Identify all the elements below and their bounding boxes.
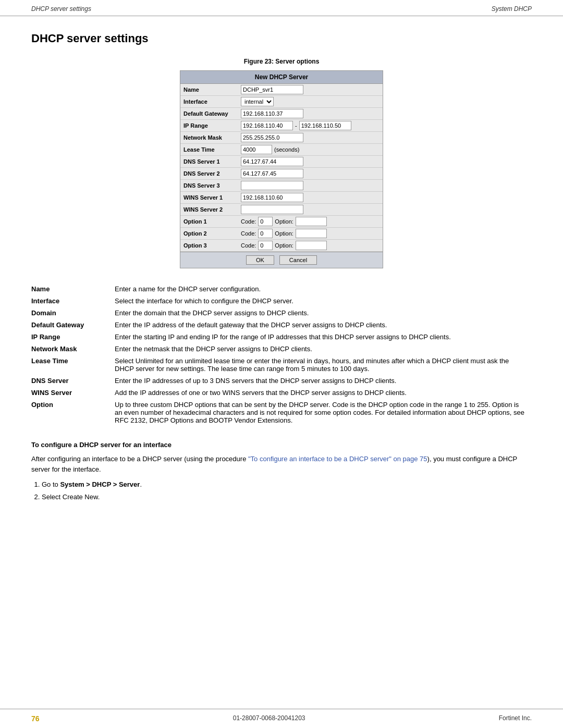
ok-button[interactable]: OK <box>246 255 274 265</box>
dialog-row-leasetime: Lease Time (seconds) <box>180 144 383 156</box>
dialog-row-option3: Option 3 Code: Option: <box>180 240 383 252</box>
desc-row: IP RangeEnter the starting IP and ending… <box>31 331 532 343</box>
select-interface[interactable]: internal <box>241 97 274 106</box>
page-header: DHCP server settings System DHCP <box>0 0 563 16</box>
page-title: DHCP server settings <box>31 32 532 45</box>
label-wins2: WINS Server 2 <box>183 206 241 213</box>
desc-row: DNS ServerEnter the IP addresses of up t… <box>31 375 532 387</box>
descriptions-table: NameEnter a name for the DHCP server con… <box>31 283 532 426</box>
input-gateway[interactable] <box>241 109 303 118</box>
label-option3: Option 3 <box>183 242 241 249</box>
desc-term: Interface <box>31 295 115 307</box>
desc-definition: Enter the domain that the DHCP server as… <box>115 307 532 319</box>
input-dns2[interactable] <box>241 169 303 178</box>
input-iprange-end[interactable] <box>299 121 351 130</box>
desc-term: Lease Time <box>31 355 115 375</box>
dialog-row-dns2: DNS Server 2 <box>180 168 383 180</box>
desc-definition: Up to three custom DHCP options that can… <box>115 399 532 426</box>
dialog-row-dns3: DNS Server 3 <box>180 180 383 192</box>
label-interface: Interface <box>183 98 241 105</box>
input-option1-code[interactable] <box>258 217 273 226</box>
input-option3-code[interactable] <box>258 241 273 250</box>
input-option2-value[interactable] <box>296 229 327 238</box>
dialog-row-option1: Option 1 Code: Option: <box>180 216 383 228</box>
value-option1: Code: Option: <box>241 217 380 226</box>
ip-range-separator: - <box>295 122 297 129</box>
value-dns1 <box>241 157 380 166</box>
input-netmask[interactable] <box>241 133 303 142</box>
value-dns2 <box>241 169 380 178</box>
desc-row: DomainEnter the domain that the DHCP ser… <box>31 307 532 319</box>
desc-row: Default GatewayEnter the IP address of t… <box>31 319 532 331</box>
option3-code-label: Code: <box>241 242 256 249</box>
intro-text-before: After configuring an interface to be a D… <box>31 455 248 463</box>
desc-definition: Enter a name for the DHCP server configu… <box>115 283 532 295</box>
input-name[interactable] <box>241 85 303 94</box>
value-name <box>241 85 380 94</box>
desc-definition: Enter the IP addresses of up to 3 DNS se… <box>115 375 532 387</box>
input-wins2[interactable] <box>241 205 303 214</box>
configure-heading: To configure a DHCP server for an interf… <box>31 441 532 449</box>
input-iprange-start[interactable] <box>241 121 293 130</box>
desc-row: NameEnter a name for the DHCP server con… <box>31 283 532 295</box>
cancel-button[interactable]: Cancel <box>279 255 317 265</box>
dialog-row-wins2: WINS Server 2 <box>180 204 383 216</box>
label-option2: Option 2 <box>183 230 241 237</box>
dialog-container: New DHCP Server Name Interface internal <box>31 70 532 268</box>
option1-opt-label: Option: <box>275 218 293 225</box>
header-right: System DHCP <box>492 5 532 13</box>
dialog-row-name: Name <box>180 84 383 96</box>
input-dns3[interactable] <box>241 181 303 190</box>
dialog-row-gateway: Default Gateway <box>180 108 383 120</box>
input-wins1[interactable] <box>241 193 303 202</box>
desc-term: Default Gateway <box>31 319 115 331</box>
dhcp-dialog: New DHCP Server Name Interface internal <box>180 70 383 268</box>
value-gateway <box>241 109 380 118</box>
label-dns2: DNS Server 2 <box>183 170 241 177</box>
configure-link[interactable]: "To configure an interface to be a DHCP … <box>248 455 427 463</box>
value-wins1 <box>241 193 380 202</box>
footer-company: Fortinet Inc. <box>499 714 532 723</box>
label-dns1: DNS Server 1 <box>183 158 241 165</box>
dialog-row-dns1: DNS Server 1 <box>180 156 383 168</box>
desc-term: Name <box>31 283 115 295</box>
label-leasetime: Lease Time <box>183 146 241 153</box>
desc-definition: Select Unlimited for an unlimited lease … <box>115 355 532 375</box>
desc-row: Lease TimeSelect Unlimited for an unlimi… <box>31 355 532 375</box>
input-option1-value[interactable] <box>296 217 327 226</box>
value-dns3 <box>241 181 380 190</box>
desc-row: Network MaskEnter the netmask that the D… <box>31 343 532 355</box>
value-netmask <box>241 133 380 142</box>
label-wins1: WINS Server 1 <box>183 194 241 201</box>
step-2: Select Create New. <box>42 492 532 502</box>
desc-term: IP Range <box>31 331 115 343</box>
label-name: Name <box>183 87 241 93</box>
label-dns3: DNS Server 3 <box>183 182 241 189</box>
configure-intro: After configuring an interface to be a D… <box>31 454 532 474</box>
desc-row: InterfaceSelect the interface for which … <box>31 295 532 307</box>
desc-definition: Select the interface for which to config… <box>115 295 532 307</box>
value-wins2 <box>241 205 380 214</box>
option1-code-label: Code: <box>241 218 256 225</box>
value-option3: Code: Option: <box>241 241 380 250</box>
desc-term: Network Mask <box>31 343 115 355</box>
option2-code-label: Code: <box>241 230 256 237</box>
dialog-title: New DHCP Server <box>180 71 383 84</box>
input-option3-value[interactable] <box>296 241 327 250</box>
header-left: DHCP server settings <box>31 5 91 13</box>
desc-term: WINS Server <box>31 387 115 399</box>
main-content: DHCP server settings Figure 23: Server o… <box>0 16 563 549</box>
value-iprange: - <box>241 121 380 130</box>
option2-opt-label: Option: <box>275 230 293 237</box>
step-1: Go to System > DHCP > Server. <box>42 479 532 490</box>
input-option2-code[interactable] <box>258 229 273 238</box>
label-netmask: Network Mask <box>183 134 241 141</box>
dialog-row-interface: Interface internal <box>180 96 383 108</box>
footer-doc-number: 01-28007-0068-20041203 <box>233 714 305 723</box>
option3-opt-label: Option: <box>275 242 293 249</box>
value-leasetime: (seconds) <box>241 145 380 154</box>
input-leasetime[interactable] <box>241 145 272 154</box>
desc-term: Option <box>31 399 115 426</box>
desc-row: WINS ServerAdd the IP addresses of one o… <box>31 387 532 399</box>
input-dns1[interactable] <box>241 157 303 166</box>
